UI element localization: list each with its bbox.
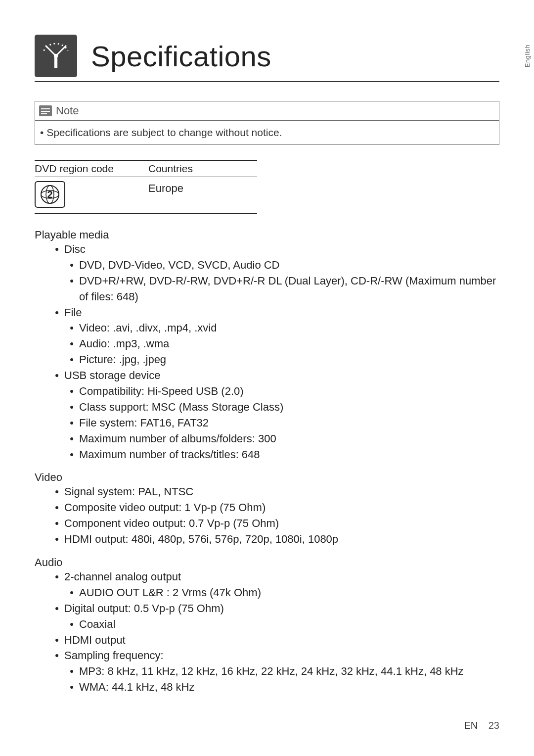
gauge-icon	[35, 35, 77, 77]
svg-rect-6	[41, 113, 47, 114]
list-item: Coaxial	[79, 616, 115, 632]
list-item: 2-channel analog output	[64, 569, 181, 585]
region-col-code: DVD region code	[35, 163, 148, 175]
page-title: Specifications	[91, 40, 271, 73]
svg-rect-4	[41, 108, 50, 109]
note-label: Note	[56, 104, 79, 117]
list-item: Signal system: PAL, NTSC	[64, 484, 193, 500]
svg-point-3	[54, 54, 58, 58]
region-col-countries: Countries	[148, 163, 193, 175]
list-item: DVD, DVD-Video, VCD, SVCD, Audio CD	[79, 257, 280, 273]
list-item: Composite video output: 1 Vp-p (75 Ohm)	[64, 500, 266, 516]
svg-text:2: 2	[47, 189, 52, 200]
list-item: File system: FAT16, FAT32	[79, 415, 209, 431]
usb-label: USB storage device	[64, 368, 160, 383]
list-item: Maximum number of albums/folders: 300	[79, 431, 276, 447]
region-table: DVD region code Countries 2 Europe	[35, 160, 257, 214]
note-text: Specifications are subject to change wit…	[35, 121, 499, 144]
page-header: Specifications	[35, 35, 499, 82]
list-item: HDMI output: 480i, 480p, 576i, 576p, 720…	[64, 531, 338, 547]
list-item: Sampling frequency:	[64, 648, 164, 663]
list-item: MP3: 8 kHz, 11 kHz, 12 kHz, 16 kHz, 22 k…	[79, 663, 464, 679]
svg-line-1	[56, 46, 66, 56]
list-item: Component video output: 0.7 Vp-p (75 Ohm…	[64, 516, 279, 531]
list-item: AUDIO OUT L&R : 2 Vrms (47k Ohm)	[79, 585, 261, 601]
list-item: DVD+R/+RW, DVD-R/-RW, DVD+R/-R DL (Dual …	[79, 273, 499, 305]
list-item: Video: .avi, .divx, .mp4, .xvid	[79, 320, 217, 336]
playable-media-heading: Playable media	[35, 229, 499, 241]
footer-lang: EN	[464, 720, 478, 731]
list-item: Compatibility: Hi-Speed USB (2.0)	[79, 383, 244, 399]
disc-label: Disc	[64, 241, 86, 257]
list-item: Audio: .mp3, .wma	[79, 336, 169, 352]
region-country: Europe	[148, 181, 183, 195]
language-tab: English	[521, 40, 534, 72]
list-item: WMA: 44.1 kHz, 48 kHz	[79, 679, 195, 695]
note-icon	[39, 105, 52, 116]
list-item: HDMI output	[64, 632, 126, 648]
file-label: File	[64, 305, 82, 321]
page-footer: EN 23	[464, 720, 499, 731]
dvd-region-icon: 2	[35, 181, 65, 208]
list-item: Maximum number of tracks/titles: 648	[79, 447, 260, 463]
note-box: Note Specifications are subject to chang…	[35, 101, 499, 145]
audio-heading: Audio	[35, 556, 499, 569]
video-heading: Video	[35, 471, 499, 484]
svg-rect-5	[41, 111, 50, 112]
footer-page: 23	[489, 720, 499, 731]
list-item: Class support: MSC (Mass Storage Class)	[79, 399, 283, 415]
list-item: Digital output: 0.5 Vp-p (75 Ohm)	[64, 601, 224, 616]
list-item: Picture: .jpg, .jpeg	[79, 352, 166, 368]
